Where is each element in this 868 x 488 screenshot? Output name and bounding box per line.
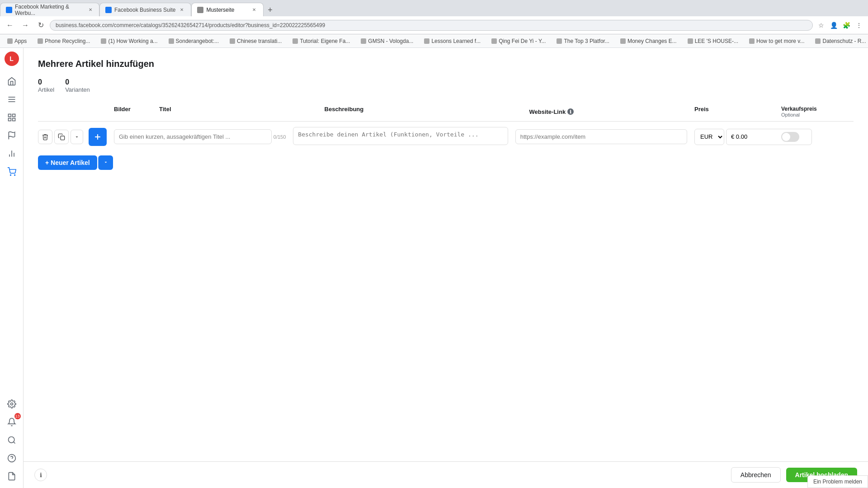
reload-button[interactable]: ↻ xyxy=(34,19,47,32)
bookmark-favicon-2 xyxy=(101,38,106,44)
sale-price-cell xyxy=(781,132,854,142)
col-header-link: Website-Link ℹ xyxy=(525,106,691,117)
bookmark-5[interactable]: Tutorial: Eigene Fa... xyxy=(289,37,354,45)
sidebar-item-analytics[interactable] xyxy=(4,145,20,162)
sidebar-item-search[interactable] xyxy=(4,432,20,448)
bookmark-favicon-13 xyxy=(815,38,821,44)
left-sidebar: L 13 xyxy=(0,48,24,488)
tab-business-suite[interactable]: Facebook Business Suite ✕ xyxy=(99,3,191,16)
page-title: Mehrere Artikel hinzufügen xyxy=(38,59,854,69)
forward-button[interactable]: → xyxy=(19,19,32,32)
profile-icon[interactable]: 👤 xyxy=(828,20,839,31)
bookmark-favicon-4 xyxy=(230,38,235,44)
title-cell: 0/150 xyxy=(110,129,289,144)
title-input[interactable] xyxy=(114,129,272,144)
bookmark-1[interactable]: Phone Recycling... xyxy=(34,37,94,45)
bookmark-label-7: Lessons Learned f... xyxy=(431,38,481,44)
sidebar-item-grid[interactable] xyxy=(4,109,20,126)
variants-count: 0 xyxy=(65,78,90,86)
new-article-dropdown[interactable] xyxy=(98,155,113,170)
info-button[interactable]: ℹ xyxy=(34,469,47,481)
address-input[interactable] xyxy=(50,20,813,31)
app-body: L 13 xyxy=(0,48,868,488)
bookmark-label-6: GMSN - Vologda... xyxy=(368,38,413,44)
tab-label-3: Musterseite xyxy=(206,7,234,13)
more-options-icon[interactable]: ⋮ xyxy=(854,20,864,31)
delete-button[interactable] xyxy=(38,130,52,144)
bookmark-13[interactable]: Datenschutz - R... xyxy=(811,37,868,45)
sidebar-item-menu[interactable] xyxy=(4,91,20,108)
sidebar-item-notifications[interactable]: 13 xyxy=(4,414,20,430)
bookmark-8[interactable]: Qing Fei De Yi - Y... xyxy=(488,37,549,45)
extensions-icon[interactable]: 🧩 xyxy=(841,20,852,31)
svg-line-15 xyxy=(13,442,15,444)
sidebar-item-shopping[interactable] xyxy=(4,164,20,180)
table-row: 0/150 EUR USD GBP xyxy=(38,123,854,150)
bookmarks-bar: Apps Phone Recycling... (1) How Working … xyxy=(0,34,868,48)
description-input[interactable] xyxy=(293,127,508,145)
duplicate-button[interactable] xyxy=(54,130,69,144)
articles-label: Artikel xyxy=(38,86,54,93)
avatar[interactable]: L xyxy=(5,52,19,66)
back-button[interactable]: ← xyxy=(4,19,16,32)
bookmark-favicon-6 xyxy=(361,38,366,44)
sidebar-item-help[interactable] xyxy=(4,450,20,466)
sidebar-item-home[interactable] xyxy=(4,73,20,89)
col-header-description: Beschreibung xyxy=(321,106,526,117)
bookmark-favicon-12 xyxy=(749,38,755,44)
bookmark-11[interactable]: LEE 'S HOUSE-... xyxy=(684,37,742,45)
add-image-button[interactable] xyxy=(89,128,107,146)
bookmark-label-13: Datenschutz - R... xyxy=(822,38,866,44)
bookmark-7[interactable]: Lessons Learned f... xyxy=(420,37,484,45)
sale-price-optional: Optional xyxy=(781,112,854,117)
bookmark-3[interactable]: Sonderangebot:... xyxy=(165,37,222,45)
bookmark-label-1: Phone Recycling... xyxy=(45,38,90,44)
sidebar-item-flag[interactable] xyxy=(4,127,20,144)
bookmark-favicon-8 xyxy=(491,38,497,44)
bookmark-label-9: The Top 3 Platfor... xyxy=(564,38,609,44)
bookmark-4[interactable]: Chinese translati... xyxy=(226,37,285,45)
bookmark-favicon-9 xyxy=(557,38,562,44)
bookmark-favicon-apps xyxy=(7,38,13,44)
new-tab-button[interactable]: + xyxy=(264,4,276,16)
tab-favicon-3 xyxy=(197,7,203,13)
tab-label-1: Facebook Marketing & Werbu... xyxy=(15,4,84,16)
stat-articles: 0 Artikel xyxy=(38,78,54,93)
tab-musterseite[interactable]: Musterseite ✕ xyxy=(191,3,264,16)
bookmark-label-10: Money Changes E... xyxy=(627,38,677,44)
report-problem-button[interactable]: Ein Problem melden xyxy=(807,475,868,488)
col-header-actions xyxy=(38,106,110,117)
svg-rect-5 xyxy=(8,118,11,121)
website-link-info-icon[interactable]: ℹ xyxy=(567,108,574,115)
bookmark-9[interactable]: The Top 3 Platfor... xyxy=(553,37,613,45)
col-header-sale: Verkaufspreis Optional xyxy=(781,106,854,117)
add-button-row: + Neuer Artikel xyxy=(38,155,854,170)
link-input[interactable] xyxy=(515,129,687,144)
bookmark-10[interactable]: Money Changes E... xyxy=(617,37,680,45)
tab-favicon-2 xyxy=(105,7,112,13)
sidebar-item-pages[interactable] xyxy=(4,468,20,484)
bookmark-12[interactable]: How to get more v... xyxy=(745,37,808,45)
cancel-button[interactable]: Abbrechen xyxy=(731,467,781,483)
svg-point-12 xyxy=(14,175,15,176)
bookmark-6[interactable]: GMSN - Vologda... xyxy=(357,37,417,45)
page-content: Mehrere Artikel hinzufügen 0 Artikel 0 V… xyxy=(24,48,868,461)
row-actions xyxy=(38,128,110,146)
tab-close-2[interactable]: ✕ xyxy=(178,6,185,14)
price-cell: EUR USD GBP xyxy=(691,129,781,145)
bookmark-star-icon[interactable]: ☆ xyxy=(816,20,826,31)
new-article-button[interactable]: + Neuer Artikel xyxy=(38,155,97,170)
bookmark-2[interactable]: (1) How Working a... xyxy=(97,37,161,45)
bookmark-apps[interactable]: Apps xyxy=(4,37,30,45)
tab-close-3[interactable]: ✕ xyxy=(250,6,258,14)
tab-close-1[interactable]: ✕ xyxy=(87,6,94,14)
stats-row: 0 Artikel 0 Varianten xyxy=(38,78,854,93)
col-header-price: Preis xyxy=(691,106,781,117)
sale-price-toggle[interactable] xyxy=(781,132,799,142)
sidebar-item-settings[interactable] xyxy=(4,396,20,412)
currency-select[interactable]: EUR USD GBP xyxy=(694,129,724,145)
tab-favicon-1 xyxy=(6,7,12,13)
tab-facebook-marketing[interactable]: Facebook Marketing & Werbu... ✕ xyxy=(0,3,99,16)
table-header: Bilder Titel Beschreibung Website-Link ℹ… xyxy=(38,102,854,122)
more-actions-button[interactable] xyxy=(71,130,83,144)
